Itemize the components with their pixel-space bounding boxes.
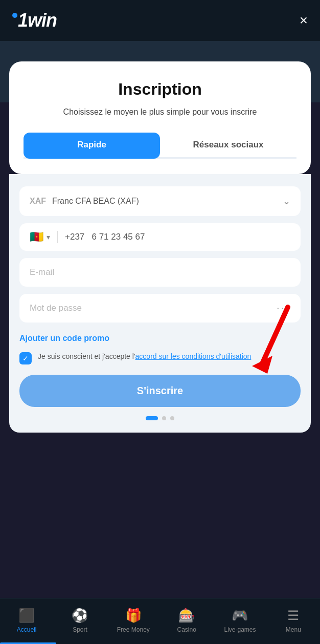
nav-label-sport: Sport <box>73 626 87 633</box>
casino-icon: 🎰 <box>178 608 195 624</box>
nav-item-accueil[interactable]: ⬛ Accueil <box>0 608 53 633</box>
menu-icon: ☰ <box>287 608 299 624</box>
currency-name: Franc CFA BEAC (XAF) <box>52 197 139 206</box>
password-input[interactable] <box>19 294 301 323</box>
dot-1 <box>146 416 158 420</box>
nav-label-free-money: Free Money <box>117 626 150 633</box>
form-area: XAF Franc CFA BEAC (XAF) ⌄ 🇨🇲 ▾ +237 6 7… <box>9 174 311 433</box>
home-icon: ⬛ <box>18 608 35 624</box>
password-group: ··· <box>19 294 301 323</box>
bottom-navigation: ⬛ Accueil ⚽ Sport 🎁 Free Money 🎰 Casino … <box>0 598 320 644</box>
nav-item-sport[interactable]: ⚽ Sport <box>53 608 106 633</box>
nav-label-casino: Casino <box>177 626 196 633</box>
checkmark-icon: ✓ <box>22 354 29 362</box>
terms-label: Je suis conscient et j'accepte l'accord … <box>38 351 251 362</box>
close-button[interactable]: × <box>300 13 308 28</box>
pagination-dots <box>19 416 301 420</box>
password-toggle-icon[interactable]: ··· <box>277 302 290 315</box>
modal-title: Inscription <box>24 80 296 99</box>
logo-text: 1win <box>18 10 57 31</box>
register-section: S'inscrire <box>19 375 301 407</box>
phone-number: +237 6 71 23 45 67 <box>65 232 145 242</box>
terms-checkbox-row: ✓ Je suis conscient et j'accepte l'accor… <box>19 351 301 364</box>
nav-label-live-games: Live-games <box>224 626 256 633</box>
phone-divider <box>57 231 58 243</box>
tab-rapide[interactable]: Rapide <box>24 133 160 159</box>
register-button[interactable]: S'inscrire <box>19 375 301 407</box>
phone-group: 🇨🇲 ▾ +237 6 71 23 45 67 <box>19 223 301 251</box>
terms-link[interactable]: accord sur les conditions d'utilisation <box>135 352 252 360</box>
currency-code: XAF <box>30 197 46 206</box>
gift-icon: 🎁 <box>125 608 142 624</box>
country-flag: 🇨🇲 <box>30 230 43 244</box>
nav-item-free-money[interactable]: 🎁 Free Money <box>107 608 160 633</box>
terms-checkbox[interactable]: ✓ <box>19 352 32 364</box>
dot-2 <box>162 416 166 420</box>
logo-dot <box>12 13 17 18</box>
dot-3 <box>170 416 174 420</box>
nav-item-live-games[interactable]: 🎮 Live-games <box>213 608 266 633</box>
tab-reseaux-sociaux[interactable]: Réseaux sociaux <box>160 133 296 157</box>
email-group <box>19 258 301 287</box>
currency-selector[interactable]: XAF Franc CFA BEAC (XAF) ⌄ <box>19 186 301 216</box>
nav-item-menu[interactable]: ☰ Menu <box>267 608 320 633</box>
promo-code-link[interactable]: Ajouter un code promo <box>19 334 109 343</box>
currency-group: XAF Franc CFA BEAC (XAF) ⌄ <box>19 186 301 216</box>
phone-field[interactable]: 🇨🇲 ▾ +237 6 71 23 45 67 <box>19 223 301 251</box>
sport-icon: ⚽ <box>72 608 88 624</box>
logo: 1win <box>12 10 57 31</box>
nav-item-casino[interactable]: 🎰 Casino <box>160 608 213 633</box>
modal-subtitle: Choisissez le moyen le plus simple pour … <box>24 106 296 118</box>
chevron-down-icon: ⌄ <box>283 196 290 207</box>
email-input[interactable] <box>19 258 301 287</box>
phone-chevron-icon: ▾ <box>47 233 50 241</box>
registration-tabs: Rapide Réseaux sociaux <box>24 133 296 159</box>
header: 1win × <box>0 0 320 41</box>
nav-label-menu: Menu <box>286 626 301 633</box>
registration-modal: Inscription Choisissez le moyen le plus … <box>9 61 311 174</box>
nav-label-accueil: Accueil <box>17 626 37 633</box>
gamepad-icon: 🎮 <box>232 608 248 624</box>
